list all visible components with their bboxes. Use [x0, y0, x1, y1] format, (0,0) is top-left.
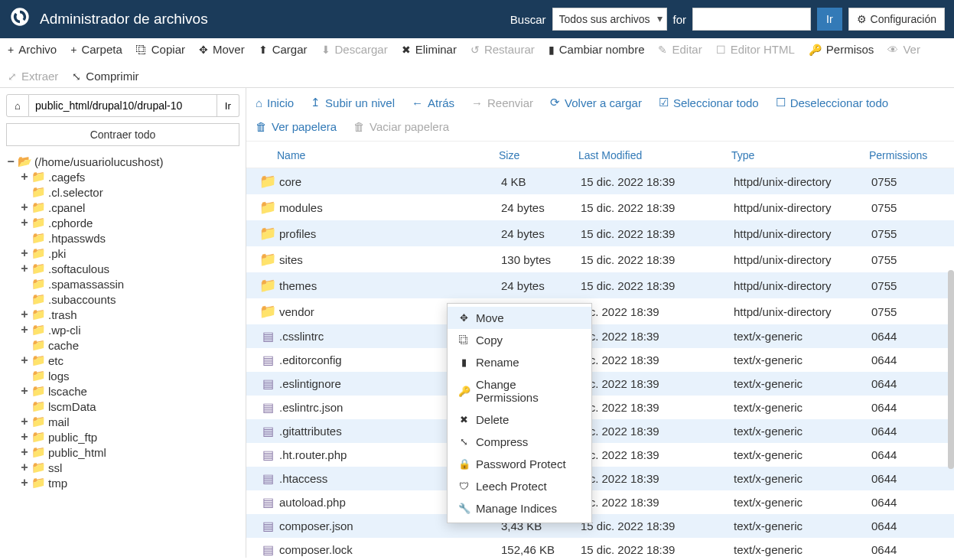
cell-type: text/x-generic: [734, 425, 871, 438]
tree-label: .trash: [48, 308, 77, 321]
toolbar-copiar[interactable]: ⿻Copiar: [136, 43, 185, 56]
ctx-label: Change Permissions: [476, 378, 581, 404]
action-atrás[interactable]: ←Atrás: [412, 96, 454, 109]
plus-icon[interactable]: +: [20, 308, 29, 321]
plus-icon[interactable]: +: [20, 461, 29, 474]
tree-item[interactable]: 📁cache: [6, 337, 239, 353]
tree-item[interactable]: +📁.pki: [6, 246, 239, 261]
plus-icon[interactable]: +: [20, 246, 29, 260]
plus-icon[interactable]: +: [20, 430, 29, 444]
col-modified[interactable]: Last Modified: [578, 149, 731, 161]
col-type[interactable]: Type: [731, 149, 869, 161]
scrollbar[interactable]: [948, 270, 954, 469]
toolbar-editar: ✎Editar: [658, 43, 702, 56]
ctx-password-protect[interactable]: 🔒Password Protect: [448, 453, 591, 475]
tree-item[interactable]: 📁.htpasswds: [6, 230, 239, 246]
ctx-delete[interactable]: ✖Delete: [448, 409, 591, 431]
table-row[interactable]: ▤.eslintignore dic. 2022 18:39text/x-gen…: [246, 372, 954, 396]
table-row[interactable]: ▤.ht.router.php dic. 2022 18:39text/x-ge…: [246, 443, 954, 467]
plus-icon[interactable]: +: [20, 170, 29, 184]
table-row[interactable]: 📁vendor dic. 2022 18:39httpd/unix-direct…: [246, 298, 954, 324]
table-row[interactable]: ▤.eslintrc.json dic. 2022 18:39text/x-ge…: [246, 396, 954, 419]
tree-root[interactable]: − 📂 (/home/usuariolucushost): [6, 154, 239, 169]
table-row[interactable]: 📁core4 KB15 dic. 2022 18:39httpd/unix-di…: [246, 168, 954, 194]
table-row[interactable]: 📁modules24 bytes15 dic. 2022 18:39httpd/…: [246, 194, 954, 220]
plus-icon[interactable]: +: [20, 445, 29, 459]
table-row[interactable]: ▤autoload.php dic. 2022 18:39text/x-gene…: [246, 490, 954, 514]
collapse-all-button[interactable]: Contraer todo: [6, 123, 239, 146]
path-input[interactable]: [29, 94, 217, 117]
action-subir-un-nivel[interactable]: ↥Subir un nivel: [311, 96, 395, 109]
ctx-compress[interactable]: ⤡Compress: [448, 431, 591, 453]
minus-icon[interactable]: −: [6, 155, 15, 168]
toolbar-comprimir[interactable]: ⤡Comprimir: [72, 70, 138, 83]
plus-icon[interactable]: +: [20, 216, 29, 230]
toolbar-cambiar-nombre[interactable]: ▮Cambiar nombre: [549, 43, 645, 56]
action-inicio[interactable]: ⌂Inicio: [256, 96, 294, 109]
ctx-manage-indices[interactable]: 🔧Manage Indices: [448, 497, 591, 519]
toolbar-eliminar[interactable]: ✖Eliminar: [402, 43, 457, 56]
tree-item[interactable]: +📁.cagefs: [6, 169, 239, 184]
search-input[interactable]: [692, 8, 811, 31]
table-row[interactable]: ▤composer.lock152,46 KB15 dic. 2022 18:3…: [246, 538, 954, 558]
table-row[interactable]: 📁themes24 bytes15 dic. 2022 18:39httpd/u…: [246, 272, 954, 298]
cell-modified: dic. 2022 18:39: [581, 472, 734, 485]
tree-item[interactable]: 📁lscmData: [6, 399, 239, 414]
cell-modified: dic. 2022 18:39: [581, 353, 734, 366]
tree-item[interactable]: +📁.cpanel: [6, 200, 239, 215]
tree-item[interactable]: +📁public_ftp: [6, 429, 239, 444]
tree-item[interactable]: 📁.spamassassin: [6, 276, 239, 291]
home-button[interactable]: ⌂: [6, 94, 29, 117]
plus-icon[interactable]: +: [20, 200, 29, 214]
ctx-move[interactable]: ✥Move: [448, 307, 591, 329]
ctx-change-permissions[interactable]: 🔑Change Permissions: [448, 373, 591, 409]
tree-item[interactable]: +📁public_html: [6, 444, 239, 460]
search-go-button[interactable]: Ir: [817, 8, 842, 31]
tree-item[interactable]: +📁etc: [6, 353, 239, 368]
path-go-button[interactable]: Ir: [217, 94, 239, 117]
tree-label: tmp: [48, 477, 67, 490]
toolbar-cargar[interactable]: ⬆Cargar: [259, 43, 308, 56]
plus-icon[interactable]: +: [20, 415, 29, 428]
toolbar-carpeta[interactable]: +Carpeta: [70, 43, 122, 56]
tree-item[interactable]: +📁.cphorde: [6, 215, 239, 230]
tree-item[interactable]: 📁.cl.selector: [6, 184, 239, 200]
plus-icon[interactable]: +: [20, 323, 29, 337]
tree-item[interactable]: +📁.wp-cli: [6, 322, 239, 337]
table-row[interactable]: ▤.gitattributes dic. 2022 18:39text/x-ge…: [246, 419, 954, 443]
tree-item[interactable]: +📁mail: [6, 414, 239, 429]
toolbar-permisos[interactable]: 🔑Permisos: [809, 43, 874, 56]
tree-item[interactable]: 📁logs: [6, 368, 239, 383]
toolbar-archivo[interactable]: +Archivo: [8, 43, 57, 56]
tree-item[interactable]: +📁ssl: [6, 460, 239, 475]
action-seleccionar-todo[interactable]: ☑Seleccionar todo: [659, 96, 759, 109]
ctx-copy[interactable]: ⿻Copy: [448, 329, 591, 351]
search-scope-select[interactable]: Todos sus archivos: [552, 8, 667, 31]
ctx-rename[interactable]: ▮Rename: [448, 351, 591, 373]
tree-item[interactable]: 📁.subaccounts: [6, 291, 239, 307]
action-ver-papelera[interactable]: 🗑Ver papelera: [256, 120, 337, 133]
table-row[interactable]: ▤.csslintrc dic. 2022 18:39text/x-generi…: [246, 324, 954, 348]
plus-icon[interactable]: +: [20, 476, 29, 490]
action-volver-a-cargar[interactable]: ⟳Volver a cargar: [550, 96, 642, 109]
folder-icon: 📁: [259, 226, 276, 241]
tree-item[interactable]: +📁.softaculous: [6, 261, 239, 276]
table-row[interactable]: ▤.htaccess dic. 2022 18:39text/x-generic…: [246, 467, 954, 490]
plus-icon[interactable]: +: [20, 353, 29, 367]
col-size[interactable]: Size: [499, 149, 578, 161]
table-row[interactable]: ▤.editorconfig dic. 2022 18:39text/x-gen…: [246, 348, 954, 372]
table-row[interactable]: 📁sites130 bytes15 dic. 2022 18:39httpd/u…: [246, 246, 954, 272]
plus-icon[interactable]: +: [20, 384, 29, 398]
action-deseleccionar-todo[interactable]: ☐Deseleccionar todo: [776, 96, 888, 109]
tree-item[interactable]: +📁.trash: [6, 307, 239, 322]
plus-icon[interactable]: +: [20, 262, 29, 275]
tree-item[interactable]: +📁lscache: [6, 383, 239, 399]
col-name[interactable]: Name: [277, 149, 499, 161]
tree-item[interactable]: +📁tmp: [6, 475, 239, 490]
config-button[interactable]: ⚙ Configuración: [848, 8, 945, 31]
table-row[interactable]: 📁profiles24 bytes15 dic. 2022 18:39httpd…: [246, 220, 954, 246]
table-row[interactable]: ▤composer.json3,43 KB15 dic. 2022 18:39t…: [246, 514, 954, 538]
toolbar-mover[interactable]: ✥Mover: [199, 43, 245, 56]
ctx-leech-protect[interactable]: 🛡Leech Protect: [448, 475, 591, 497]
col-permissions[interactable]: Permissions: [869, 149, 945, 161]
